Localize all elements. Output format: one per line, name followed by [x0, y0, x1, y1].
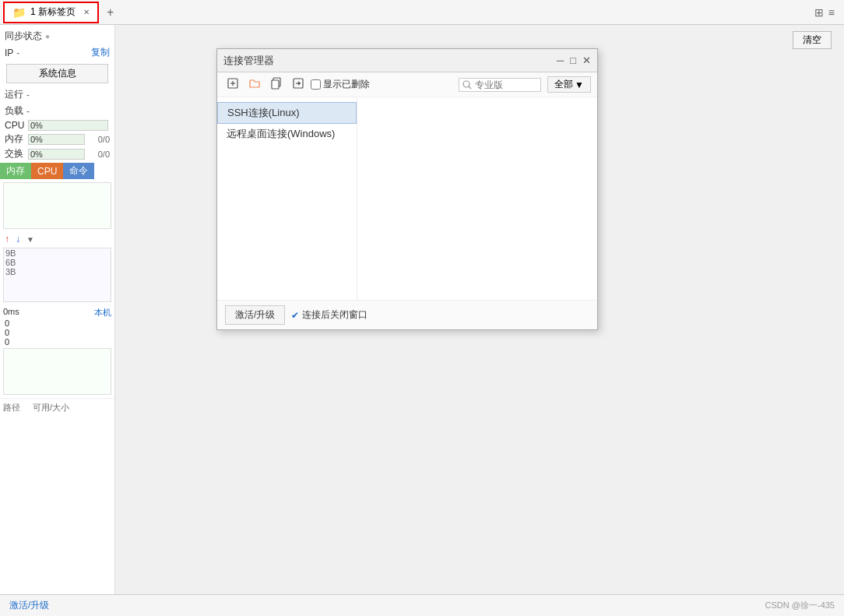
tree-item-rdp[interactable]: 远程桌面连接(Windows): [217, 124, 357, 144]
run-row: 运行 -: [0, 86, 114, 103]
net-graph-canvas: 9B 6B 3B: [3, 248, 111, 302]
toolbar-import-btn[interactable]: [289, 76, 308, 93]
toolbar-new-btn[interactable]: [223, 76, 242, 93]
tab-area-container: 📁 1 新标签页 ✕ +: [3, 2, 814, 23]
upload-arrow-icon: ↑: [5, 234, 9, 245]
dialog-title-text: 连接管理器: [223, 54, 274, 68]
svg-point-8: [463, 81, 469, 87]
latency-value: 0ms: [3, 307, 19, 319]
net-labels: 9B 6B 3B: [4, 248, 111, 276]
net-graph-header: ↑ ↓ ▼: [3, 232, 111, 246]
mem-stat-text: 0%: [30, 135, 43, 144]
tree-item-ssh[interactable]: SSH连接(Linux): [217, 102, 357, 124]
bottom-credit: CSDN @徐一-435: [765, 600, 835, 611]
layout-list-icon[interactable]: ≡: [828, 6, 835, 19]
latency-header: 0ms 本机: [3, 307, 111, 319]
net-label-9b: 9B: [5, 248, 16, 258]
sync-status-row: 同步状态 ●: [0, 28, 114, 44]
sysinfo-btn[interactable]: 系统信息: [6, 64, 108, 83]
disk-header: 路径 可用/大小: [3, 400, 111, 415]
dialog-toolbar: 显示已删除 全部 ▼: [217, 72, 597, 97]
local-link[interactable]: 本机: [94, 307, 111, 319]
dialog-right-panel: [357, 97, 597, 300]
lat-val-0: 0: [5, 319, 111, 328]
cpu-bar: 0%: [28, 120, 108, 131]
sidebar: 同步状态 ● IP - 复制 系统信息 运行 - 负载 - CPU 0% 内存: [0, 25, 115, 594]
latency-section: 0ms 本机 0 0 0: [0, 305, 114, 398]
dialog-footer: 激活/升级 ✔ 连接后关闭窗口: [217, 300, 597, 329]
dialog-close-btn[interactable]: ✕: [582, 55, 591, 66]
toolbar-open-btn[interactable]: [245, 76, 264, 93]
modal-overlay: 连接管理器 ─ □ ✕: [115, 25, 844, 594]
cpu-stat-text: 0%: [30, 121, 43, 130]
dialog-title-bar: 连接管理器 ─ □ ✕: [217, 49, 597, 72]
upgrade-btn[interactable]: 激活/升级: [225, 305, 285, 325]
tab-close-btn[interactable]: ✕: [83, 8, 90, 16]
check-icon: ✔: [291, 310, 299, 321]
bottom-upgrade-link[interactable]: 激活/升级: [9, 599, 49, 612]
title-bar: 📁 1 新标签页 ✕ + ⊞ ≡: [0, 0, 844, 25]
lat-val-1: 0: [5, 328, 111, 337]
svg-marker-7: [298, 81, 301, 86]
cpu-stat-label: CPU: [5, 120, 26, 131]
lat-val-2: 0: [5, 337, 111, 347]
dialog-maximize-btn[interactable]: □: [570, 55, 576, 66]
disk-path-label: 路径: [3, 402, 20, 414]
search-icon: [462, 80, 472, 90]
show-deleted-checkbox[interactable]: [311, 79, 321, 90]
bottom-bar: 激活/升级 CSDN @徐一-435: [0, 594, 844, 616]
tab-label: 1 新标签页: [30, 5, 76, 19]
tab-area: 📁 1 新标签页 ✕ +: [3, 2, 120, 23]
load-row: 负载 -: [0, 103, 114, 119]
layout-grid-icon[interactable]: ⊞: [814, 6, 824, 19]
ip-label: IP: [5, 48, 13, 58]
disk-avail-label: 可用/大小: [33, 402, 69, 414]
folder-icon: 📁: [12, 6, 26, 19]
active-tab[interactable]: 📁 1 新标签页 ✕: [3, 2, 99, 23]
dialog-body: SSH连接(Linux) 远程桌面连接(Windows): [217, 97, 597, 300]
toolbar-copy-btn[interactable]: [267, 76, 286, 93]
copy-btn[interactable]: 复制: [91, 46, 110, 59]
download-arrow-icon: ↓: [16, 234, 20, 245]
latency-graph: [3, 348, 111, 395]
dialog-title-icons: ─ □ ✕: [557, 55, 591, 66]
swap-stat-label: 交换: [5, 147, 26, 160]
connection-tree: SSH连接(Linux) 远程桌面连接(Windows): [217, 97, 357, 300]
dialog-search-box[interactable]: [459, 78, 541, 92]
run-label: 运行: [5, 88, 23, 101]
filter-btn[interactable]: 全部 ▼: [547, 76, 591, 93]
ip-value: -: [16, 48, 19, 58]
sync-status-label: 同步状态: [5, 30, 42, 43]
main-layout: 同步状态 ● IP - 复制 系统信息 运行 - 负载 - CPU 0% 内存: [0, 25, 844, 594]
mem-stat-row: 内存 0% 0/0: [0, 132, 114, 146]
expand-icon[interactable]: ▼: [26, 235, 34, 244]
main-content: 清空 连接管理器 ─ □ ✕: [115, 25, 844, 594]
chevron-down-icon: ▼: [575, 79, 584, 90]
resource-chart: [3, 182, 111, 229]
search-input[interactable]: [475, 79, 537, 90]
svg-line-9: [469, 86, 471, 89]
net-label-6b: 6B: [5, 258, 16, 267]
cpu-tab[interactable]: CPU: [31, 163, 63, 179]
swap-stat-row: 交换 0% 0/0: [0, 146, 114, 161]
mem-stat-label: 内存: [5, 132, 26, 146]
connection-manager-dialog: 连接管理器 ─ □ ✕: [216, 48, 598, 330]
cpu-stat-row: CPU 0%: [0, 119, 114, 132]
swap-bar: 0%: [28, 149, 85, 160]
cmd-tab[interactable]: 命令: [63, 163, 94, 179]
close-after-connect-label[interactable]: ✔ 连接后关闭窗口: [291, 308, 367, 322]
sync-dot: ●: [45, 32, 50, 40]
swap-ratio: 0/0: [86, 150, 110, 159]
title-bar-right: ⊞ ≡: [814, 6, 841, 19]
dialog-minimize-btn[interactable]: ─: [557, 55, 564, 66]
run-value: -: [26, 90, 30, 100]
swap-stat-text: 0%: [30, 150, 43, 159]
load-label: 负载: [5, 104, 23, 118]
load-value: -: [26, 106, 30, 117]
svg-rect-4: [272, 80, 279, 89]
mem-tab[interactable]: 内存: [0, 163, 31, 179]
mem-bar: 0%: [28, 134, 85, 145]
ip-row: IP - 复制: [0, 44, 114, 61]
show-deleted-label[interactable]: 显示已删除: [311, 78, 370, 91]
tab-add-btn[interactable]: +: [100, 5, 120, 19]
